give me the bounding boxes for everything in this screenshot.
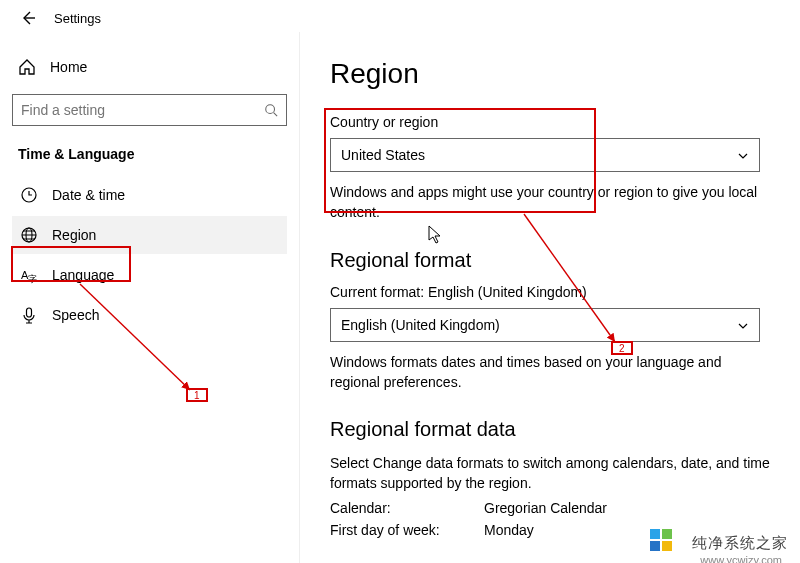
mic-icon xyxy=(20,306,38,324)
svg-point-0 xyxy=(266,105,275,114)
format-data-value: Gregorian Calendar xyxy=(484,500,607,516)
page-title: Region xyxy=(330,58,770,90)
regional-format-desc: Windows formats dates and times based on… xyxy=(330,352,770,393)
titlebar: Settings xyxy=(0,0,800,32)
sidebar-item-language[interactable]: A字 Language xyxy=(12,256,287,294)
format-data-group: Regional format data Select Change data … xyxy=(330,418,770,538)
regional-format-select[interactable]: English (United Kingdom) xyxy=(330,308,760,342)
format-data-heading: Regional format data xyxy=(330,418,770,441)
country-label: Country or region xyxy=(330,114,770,130)
current-format-prefix: Current format: xyxy=(330,284,428,300)
regional-format-heading: Regional format xyxy=(330,249,770,272)
sidebar-item-label: Language xyxy=(52,267,114,283)
window-title: Settings xyxy=(54,11,101,26)
country-select-value: United States xyxy=(341,147,425,163)
format-data-key: Calendar: xyxy=(330,500,460,516)
format-data-desc: Select Change data formats to switch amo… xyxy=(330,453,770,494)
format-data-key: First day of week: xyxy=(330,522,460,538)
watermark-text: 纯净系统之家 xyxy=(692,534,788,553)
country-desc: Windows and apps might use your country … xyxy=(330,182,770,223)
sidebar-item-label: Date & time xyxy=(52,187,125,203)
main-panel: Region Country or region United States W… xyxy=(300,32,800,563)
search-icon xyxy=(264,103,278,117)
sidebar-item-region[interactable]: Region xyxy=(12,216,287,254)
search-box[interactable] xyxy=(12,94,287,126)
chevron-down-icon xyxy=(737,319,749,331)
sidebar: Home Time & Language Date & time xyxy=(0,32,300,563)
sidebar-item-date-time[interactable]: Date & time xyxy=(12,176,287,214)
home-nav[interactable]: Home xyxy=(12,50,287,84)
svg-text:字: 字 xyxy=(28,274,37,284)
format-data-value: Monday xyxy=(484,522,534,538)
sidebar-item-speech[interactable]: Speech xyxy=(12,296,287,334)
svg-rect-6 xyxy=(27,308,32,317)
home-label: Home xyxy=(50,59,87,75)
home-icon xyxy=(18,58,36,76)
search-input[interactable] xyxy=(21,102,264,118)
lang-icon: A字 xyxy=(20,266,38,284)
country-group: Country or region United States Windows … xyxy=(330,114,770,223)
regional-format-select-value: English (United Kingdom) xyxy=(341,317,500,333)
globe-icon xyxy=(20,226,38,244)
watermark-logo-icon xyxy=(650,529,672,551)
chevron-down-icon xyxy=(737,149,749,161)
back-button[interactable] xyxy=(20,10,36,26)
arrow-left-icon xyxy=(20,10,36,26)
current-format-value: English (United Kingdom) xyxy=(428,284,587,300)
sidebar-item-label: Region xyxy=(52,227,96,243)
current-format-label: Current format: English (United Kingdom) xyxy=(330,284,770,300)
sidebar-nav: Date & time Region A字 Language xyxy=(12,176,287,334)
regional-format-group: Regional format Current format: English … xyxy=(330,249,770,393)
format-data-row: Calendar: Gregorian Calendar xyxy=(330,500,770,516)
country-select[interactable]: United States xyxy=(330,138,760,172)
watermark-url: www.ycwjzy.com xyxy=(700,554,782,563)
section-title: Time & Language xyxy=(18,146,281,162)
sidebar-item-label: Speech xyxy=(52,307,99,323)
clock-icon xyxy=(20,186,38,204)
